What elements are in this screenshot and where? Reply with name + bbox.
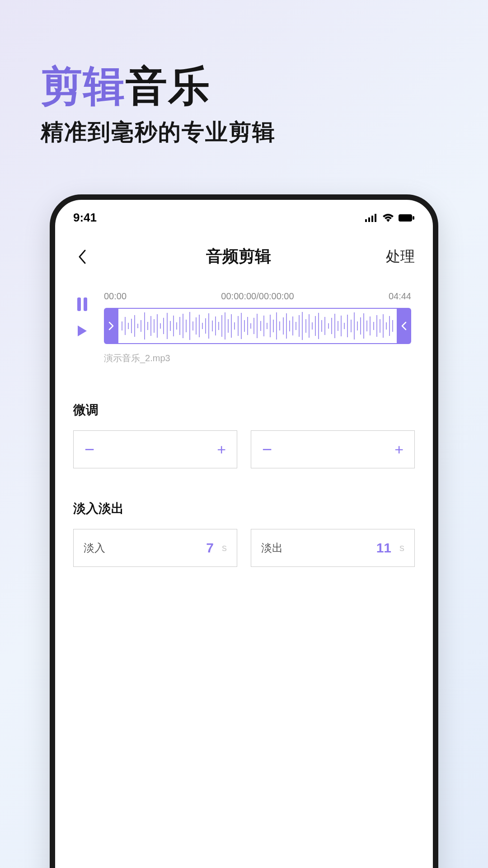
svg-rect-2 [371,216,373,222]
finetune-right-minus[interactable]: − [262,441,272,458]
trim-handle-left[interactable] [104,308,118,344]
process-button[interactable]: 处理 [386,247,415,267]
fade-in-field[interactable]: 淡入 7 s [73,529,237,567]
audio-filename: 演示音乐_2.mp3 [104,352,415,364]
end-time: 04:44 [389,291,411,302]
svg-rect-1 [368,217,370,222]
svg-rect-0 [365,219,367,222]
svg-rect-5 [413,216,414,220]
svg-rect-6 [77,297,81,311]
promo-title-accent: 剪辑 [41,63,126,109]
fade-out-value: 11 [376,540,391,556]
status-time: 9:41 [73,211,97,225]
trim-handle-right[interactable] [397,308,411,344]
promo-title: 剪辑音乐 [41,63,447,109]
finetune-left-stepper: − + [73,430,237,468]
finetune-right-plus[interactable]: + [394,442,404,457]
play-button[interactable] [76,325,90,338]
waveform-selector[interactable] [104,308,411,344]
start-time: 00:00 [104,291,127,302]
fade-in-unit: s [222,542,227,554]
svg-rect-7 [84,297,87,311]
fade-in-value: 7 [206,540,214,556]
fade-out-label: 淡出 [261,541,283,555]
signal-icon [365,214,378,222]
svg-rect-4 [399,214,412,222]
svg-rect-3 [375,214,376,222]
fade-out-field[interactable]: 淡出 11 s [251,529,415,567]
fade-in-label: 淡入 [84,541,105,555]
waveform-track[interactable] [118,308,397,344]
battery-icon [399,214,415,222]
pause-button[interactable] [76,297,90,311]
promo-title-dark: 音乐 [126,63,211,109]
finetune-left-plus[interactable]: + [217,442,226,457]
wifi-icon [382,214,394,222]
page-title: 音频剪辑 [206,245,271,268]
fade-out-unit: s [399,542,404,554]
finetune-label: 微调 [73,401,415,419]
finetune-right-stepper: − + [251,430,415,468]
fade-label: 淡入淡出 [73,500,415,517]
status-bar: 9:41 [55,200,433,229]
promo-subtitle: 精准到毫秒的专业剪辑 [41,117,447,147]
position-time: 00:00:00/00:00:00 [221,291,294,302]
back-button[interactable] [73,248,91,266]
finetune-left-minus[interactable]: − [84,441,94,458]
phone-mockup: 9:41 音频剪辑 处理 [50,194,438,868]
